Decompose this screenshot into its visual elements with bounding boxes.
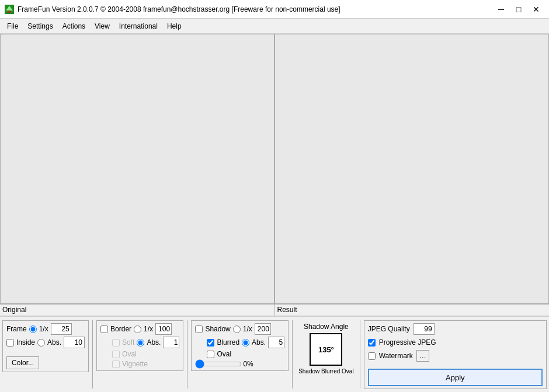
minimize-button[interactable]: ─ — [493, 2, 509, 16]
border-soft-row: Soft Abs. — [100, 337, 179, 348]
app-title: FrameFun Version 2.0.0.7 © 2004-2008 fra… — [18, 5, 340, 13]
border-soft-checkbox[interactable] — [112, 339, 120, 346]
shadow-blurred-label: Blurred — [217, 338, 239, 346]
watermark-checkbox[interactable] — [368, 352, 376, 360]
divider-3 — [292, 320, 293, 388]
shadow-angle-desc: Shadow Blurred Oval — [298, 368, 354, 374]
angle-value: 135° — [318, 345, 334, 354]
border-label: Border — [110, 325, 131, 333]
jpeg-quality-input[interactable] — [414, 323, 435, 335]
shadow-slider-row: 0% — [195, 360, 284, 368]
shadow-abs-label: Abs. — [252, 338, 266, 346]
border-1x-radio[interactable] — [134, 326, 141, 333]
result-panel — [274, 34, 549, 304]
color-row: Color... — [6, 356, 85, 369]
frame-1x-radio[interactable] — [29, 326, 37, 333]
angle-display[interactable]: 135° — [310, 333, 342, 366]
border-vignette-row: Vignette — [100, 360, 179, 368]
shadow-percent-label: 0% — [243, 360, 257, 368]
shadow-slider[interactable] — [195, 360, 242, 368]
shadow-label: Shadow — [205, 325, 230, 333]
shadow-1x-radio[interactable] — [233, 326, 241, 333]
shadow-1x-input[interactable] — [255, 323, 271, 335]
shadow-angle-label: Shadow Angle — [304, 323, 349, 331]
result-label: Result — [275, 304, 550, 316]
menu-actions[interactable]: Actions — [58, 21, 90, 32]
jpeg-quality-row: JPEG Quality — [368, 323, 543, 335]
frame-inside-label: Inside — [16, 338, 35, 346]
divider-2 — [187, 320, 187, 388]
border-oval-label: Oval — [122, 350, 137, 358]
controls-area: Frame 1/x Inside Abs. Color... Bord — [0, 316, 549, 392]
progressive-checkbox[interactable] — [368, 339, 376, 346]
border-oval-row: Oval — [100, 350, 179, 358]
shadow-oval-label: Oval — [217, 350, 231, 358]
shadow-checkbox[interactable] — [195, 326, 203, 333]
shadow-row: Shadow 1/x — [195, 323, 284, 335]
maximize-button[interactable]: □ — [510, 2, 527, 16]
menu-international[interactable]: International — [114, 21, 162, 32]
frame-abs-input[interactable] — [64, 337, 85, 348]
frame-label: Frame — [6, 325, 27, 333]
apply-button[interactable]: Apply — [368, 369, 543, 386]
border-vignette-label: Vignette — [122, 360, 148, 368]
svg-rect-2 — [8, 10, 11, 13]
color-button[interactable]: Color... — [6, 356, 39, 369]
menu-help[interactable]: Help — [162, 21, 186, 32]
shadow-1x-label: 1/x — [243, 325, 252, 333]
original-panel — [0, 34, 274, 304]
original-label: Original — [0, 304, 275, 316]
shadow-oval-checkbox[interactable] — [207, 351, 214, 358]
jpeg-group: JPEG Quality Progressive JPEG Watermark … — [364, 320, 547, 389]
menu-bar: File Settings Actions View International… — [0, 19, 549, 34]
menu-view[interactable]: View — [90, 21, 114, 32]
divider-1 — [92, 320, 93, 388]
progressive-label: Progressive JPEG — [379, 338, 436, 346]
frame-abs-label: Abs. — [47, 338, 61, 346]
border-abs-radio[interactable] — [137, 339, 144, 346]
shadow-oval-row: Oval — [195, 350, 284, 358]
frame-1x-label: 1/x — [39, 325, 48, 333]
jpeg-quality-label: JPEG Quality — [368, 325, 410, 333]
preview-area — [0, 34, 549, 304]
panel-labels: Original Result — [0, 304, 549, 316]
border-abs-label: Abs. — [147, 338, 161, 346]
watermark-row: Watermark … — [368, 350, 543, 362]
progressive-row: Progressive JPEG — [368, 338, 543, 346]
main-content: Original Result Frame 1/x Inside Abs. Co… — [0, 34, 549, 392]
close-button[interactable]: ✕ — [528, 2, 544, 16]
shadow-blurred-row: Blurred Abs. — [195, 337, 284, 348]
frame-inside-checkbox[interactable] — [6, 339, 14, 346]
shadow-abs-radio[interactable] — [242, 339, 249, 346]
frame-1x-input[interactable] — [51, 323, 72, 335]
title-bar-buttons: ─ □ ✕ — [493, 2, 544, 16]
border-vignette-checkbox[interactable] — [112, 360, 120, 368]
shadow-angle-group: Shadow Angle 135° Shadow Blurred Oval — [296, 320, 356, 377]
divider-4 — [360, 320, 360, 388]
frame-abs-radio[interactable] — [37, 339, 45, 346]
menu-file[interactable]: File — [2, 21, 23, 32]
watermark-label: Watermark — [379, 352, 413, 360]
app-logo-icon — [5, 5, 14, 14]
border-abs-input[interactable] — [163, 337, 179, 348]
frame-row: Frame 1/x — [6, 323, 85, 335]
watermark-dots-button[interactable]: … — [416, 350, 429, 362]
frame-group: Frame 1/x Inside Abs. Color... — [2, 320, 89, 372]
border-row: Border 1/x — [100, 323, 179, 335]
menu-settings[interactable]: Settings — [23, 21, 57, 32]
shadow-group: Shadow 1/x Blurred Abs. Oval 0% — [191, 320, 289, 371]
title-bar: FrameFun Version 2.0.0.7 © 2004-2008 fra… — [0, 0, 549, 19]
border-1x-input[interactable] — [155, 323, 172, 335]
frame-inside-row: Inside Abs. — [6, 337, 85, 348]
shadow-abs-input[interactable] — [268, 337, 284, 348]
title-bar-left: FrameFun Version 2.0.0.7 © 2004-2008 fra… — [5, 5, 340, 14]
border-soft-label: Soft — [122, 338, 134, 346]
border-oval-checkbox[interactable] — [112, 351, 120, 358]
border-checkbox[interactable] — [100, 326, 108, 333]
border-group: Border 1/x Soft Abs. Oval Vi — [96, 320, 183, 371]
border-1x-label: 1/x — [144, 325, 153, 333]
shadow-blurred-checkbox[interactable] — [207, 339, 214, 346]
